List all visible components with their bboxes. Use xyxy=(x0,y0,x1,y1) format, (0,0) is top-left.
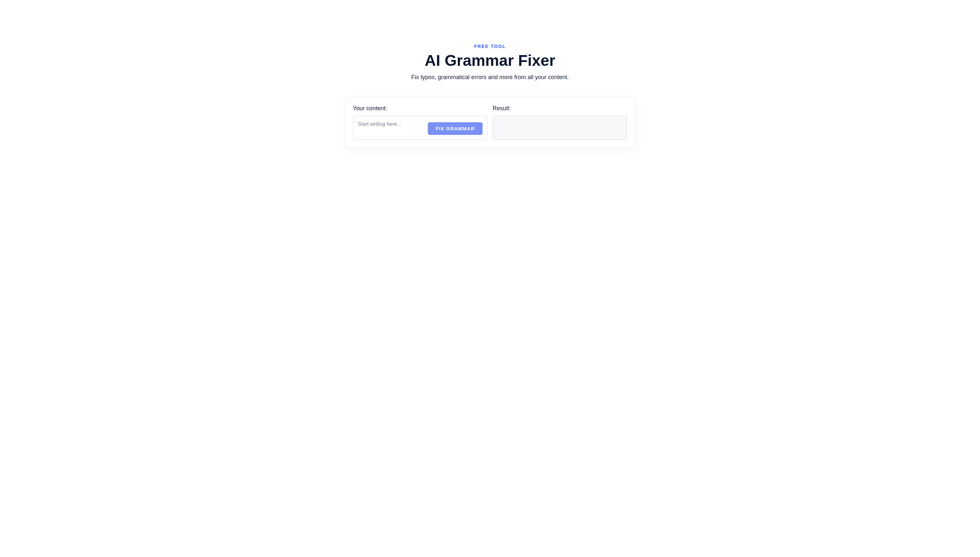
tool-card: Your content: FIX GRAMMAR Result: xyxy=(345,97,635,148)
result-panel: Result: xyxy=(492,105,627,140)
result-output xyxy=(492,116,627,140)
page-title: AI Grammar Fixer xyxy=(267,52,713,69)
eyebrow-label: FREE TOOL xyxy=(267,44,713,49)
input-label: Your content: xyxy=(353,105,488,112)
fix-grammar-button[interactable]: FIX GRAMMAR xyxy=(428,122,483,135)
result-label: Result: xyxy=(492,105,627,112)
input-panel: Your content: FIX GRAMMAR xyxy=(353,105,488,140)
input-wrapper: FIX GRAMMAR xyxy=(353,116,488,140)
page-header: FREE TOOL AI Grammar Fixer Fix typos, gr… xyxy=(267,44,713,81)
page-subtitle: Fix typos, grammatical errors and more f… xyxy=(267,74,713,81)
